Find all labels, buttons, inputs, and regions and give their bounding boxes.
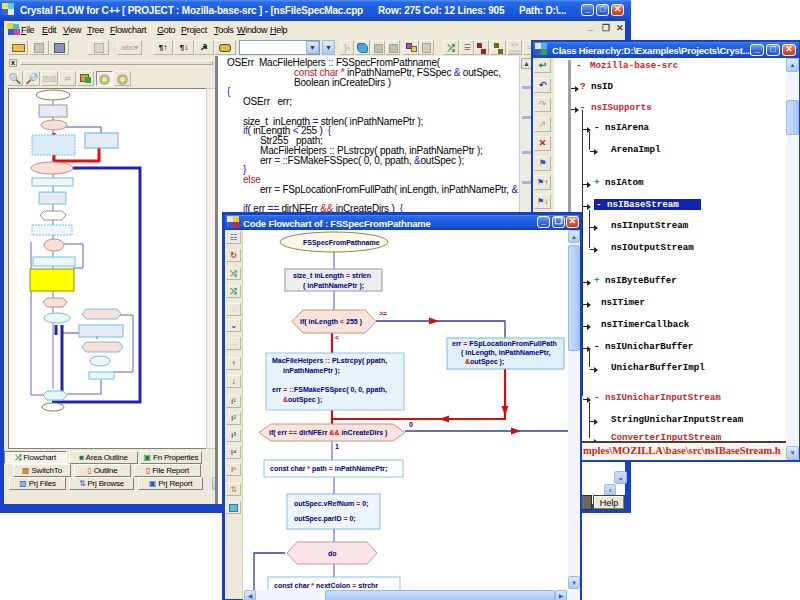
svg-text:FSSpecFromPathname: FSSpecFromPathname	[303, 239, 380, 247]
svg-text:( inLength, inPathNamePtr,: ( inLength, inPathNamePtr,	[461, 349, 551, 357]
svg-text:outSpec.parID = 0;: outSpec.parID = 0;	[294, 515, 356, 523]
svg-text:( inPathNamePtr );: ( inPathNamePtr );	[303, 282, 364, 290]
svg-text:err = FSpLocationFromFullPath: err = FSpLocationFromFullPath	[452, 340, 557, 348]
svg-text:size_t inLength = strlen: size_t inLength = strlen	[293, 272, 371, 280]
svg-text:const char * nextColon = strch: const char * nextColon = strchr	[274, 582, 378, 589]
svg-text:outSpec.vRefNum = 0;: outSpec.vRefNum = 0;	[294, 500, 369, 508]
svg-text:if( err == dirNFErr && inCreat: if( err == dirNFErr && inCreateDirs )	[269, 429, 387, 437]
svg-text:<: <	[335, 334, 339, 341]
svg-text:1: 1	[335, 443, 339, 450]
svg-text:&outSpec );: &outSpec );	[465, 358, 504, 366]
svg-text:do: do	[328, 550, 337, 557]
svg-text:const char * path = inPathName: const char * path = inPathNamePtr;	[270, 465, 387, 473]
svg-text:>=: >=	[379, 310, 387, 317]
svg-text:err = ::FSMakeFSSpec( 0, 0, pp: err = ::FSMakeFSSpec( 0, 0, ppath,	[272, 386, 387, 394]
svg-text:&outSpec );: &outSpec );	[283, 396, 322, 404]
svg-text:MacFileHelpers :: PLstrcpy( pp: MacFileHelpers :: PLstrcpy( ppath,	[272, 357, 387, 365]
svg-text:0: 0	[409, 421, 413, 428]
svg-text:inPathNamePtr );: inPathNamePtr );	[283, 367, 340, 375]
svg-text:if( inLength < 255 ): if( inLength < 255 )	[300, 318, 362, 326]
